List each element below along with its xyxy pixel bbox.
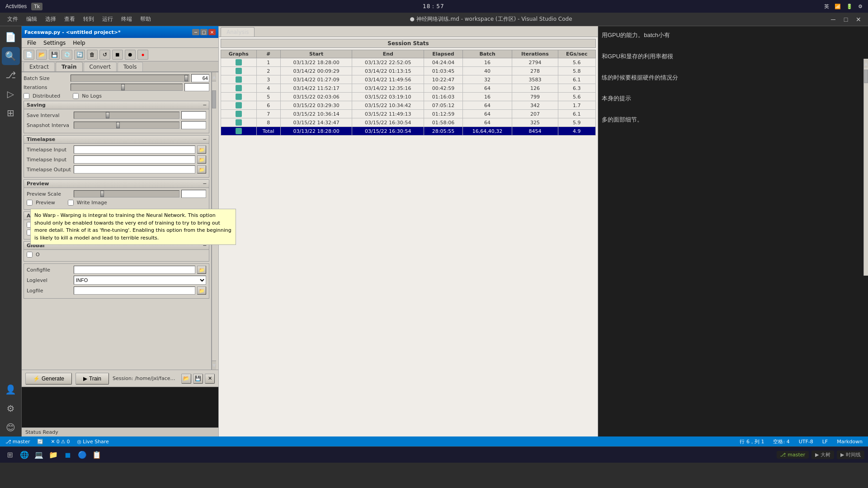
tk-label[interactable]: Tk [31,3,42,10]
scroll-down-btn[interactable]: ▼ [212,361,216,370]
show-apps-icon[interactable]: ⊞ [4,449,16,461]
menu-faceswap-file[interactable]: File [24,39,40,47]
toolbar-stop[interactable]: ⏹ [112,50,123,60]
sync-icon-item[interactable]: 🔄 [35,439,45,445]
logfile-input[interactable] [74,286,195,295]
spaces-item[interactable]: 空格: 4 [771,438,791,445]
configfile-input[interactable] [74,266,195,274]
menu-goto[interactable]: 转到 [80,14,98,24]
logfile-browse[interactable]: 📁 [197,286,206,295]
activities-button[interactable]: Activities [5,3,27,9]
batch-size-slider[interactable] [71,75,189,82]
exc-checkbox[interactable] [27,252,33,258]
toolbar-open[interactable]: 📂 [36,50,47,60]
face-profile-icon[interactable]: 😊 [2,418,20,436]
train-button[interactable]: ▶ Train [75,373,109,385]
preview-scale-input[interactable]: 100 [181,190,206,198]
preview-checkbox[interactable] [27,200,33,206]
extensions-icon[interactable]: ⊞ [2,104,20,122]
faceswap-maximize[interactable]: □ [200,29,208,35]
session-folder-btn[interactable]: 📂 [181,374,191,384]
lang-indicator[interactable]: 英 [824,3,829,10]
session-close-btn[interactable]: ✕ [205,374,215,384]
menu-edit[interactable]: 编辑 [23,14,41,24]
session-save-btn[interactable]: 💾 [193,374,203,384]
generate-button[interactable]: ⚡ Generate [25,373,72,385]
scroll-up-btn[interactable]: ▲ [212,72,216,81]
remote-icon[interactable]: 👤 [2,380,20,399]
tab-extract[interactable]: Extract [24,62,55,71]
menu-run[interactable]: 运行 [99,14,117,24]
firefox-icon[interactable]: 🌐 [18,449,31,461]
menu-select[interactable]: 选择 [42,14,60,24]
analysis-tab[interactable]: Analysis [221,27,255,37]
toolbar-save[interactable]: 💾 [49,50,60,60]
debug-icon[interactable]: ▷ [2,85,20,103]
terminal-icon[interactable]: 💻 [33,449,45,461]
toolbar-clear[interactable]: 🗑 [87,50,98,60]
no-logs-checkbox[interactable] [73,93,79,99]
faceswap-minimize[interactable]: ─ [192,29,199,35]
search-icon[interactable]: 🔍 [2,47,20,65]
timelapse-output-browse[interactable]: 📁 [197,165,206,174]
distributed-checkbox-label[interactable]: Distributed [24,93,60,99]
menu-faceswap-help[interactable]: Help [69,39,89,47]
write-image-checkbox-label[interactable]: Write Image [68,200,107,206]
timelapse-input2-field[interactable] [74,155,195,164]
power-icon[interactable]: ⚙ [858,4,863,9]
toolbar-saveas[interactable]: 💿 [61,50,72,60]
snapshot-interval-input[interactable]: 25000 [181,121,206,129]
timelapse-input-browse[interactable]: 📁 [197,145,206,154]
encoding-item[interactable]: UTF-8 [797,439,815,445]
notes-icon[interactable]: 📋 [90,449,103,461]
live-share-item[interactable]: ◎ Live Share [75,439,111,445]
toolbar-undo[interactable]: ↺ [99,50,110,60]
timelapse-input-field[interactable] [74,145,195,154]
saving-section-header[interactable]: Saving ─ [24,101,209,109]
files-taskbar-icon[interactable]: 📁 [47,449,60,461]
tab-convert[interactable]: Convert [84,62,117,71]
write-image-checkbox[interactable] [68,200,74,206]
menu-view[interactable]: 查看 [61,14,79,24]
preview-section-header[interactable]: Preview ─ [24,180,209,188]
timelapse-section-header[interactable]: Timelapse ─ [24,136,209,144]
vscode-taskbar-icon[interactable]: ◼ [61,449,74,461]
preview-checkbox-label[interactable]: Preview [27,200,55,206]
tab-train[interactable]: Train [56,62,83,71]
scroll-thumb[interactable] [212,90,216,108]
save-interval-input[interactable]: 250 [181,111,206,119]
configfile-browse[interactable]: 📁 [197,266,206,274]
maximize-button[interactable]: □ [840,14,852,24]
menu-help[interactable]: 帮助 [137,14,155,24]
snapshot-interval-slider[interactable] [74,122,179,129]
toolbar-record[interactable]: ⏺ [125,50,136,60]
toolbar-red[interactable]: ● [137,50,148,60]
close-button[interactable]: ✕ [853,14,864,24]
no-logs-checkbox-label[interactable]: No Logs [73,93,102,99]
loglevel-select[interactable]: INFO DEBUG WARNING [74,276,206,285]
distributed-checkbox[interactable] [24,93,29,99]
toolbar-reload[interactable]: 🔄 [74,50,85,60]
errors-item[interactable]: ✕ 0 ⚠ 0 [49,439,71,445]
files-icon[interactable]: 📄 [2,28,20,46]
exc-label[interactable]: O [27,252,40,258]
iterations-slider[interactable] [71,84,183,91]
editor-content[interactable]: 用GPU的能力。batch小有 和GPU和显存的利用率都很 练的时候要根据硬件的… [598,26,868,129]
menu-file[interactable]: 文件 [4,14,22,24]
preview-scale-slider[interactable] [74,190,179,197]
toolbar-new[interactable]: 📄 [24,50,34,60]
git-icon[interactable]: ⎇ [2,66,20,84]
settings-icon[interactable]: ⚙ [2,399,20,418]
language-item[interactable]: Markdown [835,439,864,445]
faceswap-close[interactable]: ✕ [208,29,216,35]
menu-terminal[interactable]: 终端 [118,14,136,24]
deepin-icon[interactable]: 🔵 [76,449,89,461]
tab-tools[interactable]: Tools [118,62,143,71]
save-interval-slider[interactable] [74,112,179,119]
minimize-button[interactable]: ─ [827,14,839,24]
menu-faceswap-settings[interactable]: Settings [40,39,69,47]
batch-size-input[interactable] [191,74,209,82]
iterations-input[interactable]: 1000000 [184,83,209,91]
timelapse-input2-browse[interactable]: 📁 [197,155,206,164]
line-ending-item[interactable]: LF [821,439,830,445]
